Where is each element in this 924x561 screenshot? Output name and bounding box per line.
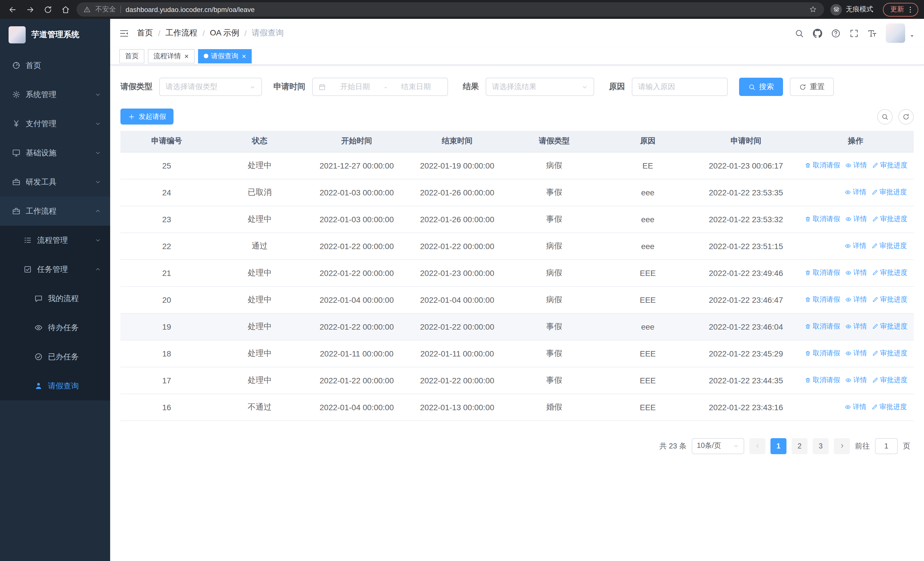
detail-link[interactable]: 详情 bbox=[845, 322, 867, 331]
breadcrumb-item[interactable]: OA 示例 bbox=[210, 28, 239, 38]
table-cell: 2022-01-22 23:46:47 bbox=[694, 286, 797, 313]
goto-page-input[interactable]: 1 bbox=[875, 438, 898, 454]
page-button-3[interactable]: 3 bbox=[813, 438, 829, 454]
actions-cell: 取消请假详情审批进度 bbox=[797, 152, 914, 179]
cancel-leave-link[interactable]: 取消请假 bbox=[805, 295, 840, 304]
search-button[interactable]: 搜索 bbox=[739, 78, 783, 96]
leave-type-select[interactable]: 请选择请假类型 bbox=[159, 78, 262, 96]
actions-cell: 取消请假详情审批进度 bbox=[797, 286, 914, 313]
fullscreen-icon[interactable] bbox=[849, 28, 859, 38]
progress-link[interactable]: 审批进度 bbox=[872, 322, 908, 331]
menu-fold-icon[interactable] bbox=[119, 28, 129, 38]
update-label: 更新 bbox=[890, 5, 904, 14]
sidebar-item-11[interactable]: 已办任务 bbox=[0, 342, 110, 371]
font-size-icon[interactable] bbox=[867, 28, 877, 38]
sidebar-item-5[interactable]: 研发工具 bbox=[0, 167, 110, 197]
result-select[interactable]: 请选择流结果 bbox=[486, 78, 594, 96]
create-leave-button[interactable]: 发起请假 bbox=[120, 108, 174, 125]
table-toolbar: 发起请假 bbox=[120, 108, 914, 125]
progress-link[interactable]: 审批进度 bbox=[872, 214, 908, 224]
tab-close-icon[interactable]: × bbox=[242, 52, 246, 60]
edit-icon bbox=[872, 377, 878, 384]
sidebar-item-12[interactable]: 请假查询 bbox=[0, 371, 110, 400]
table-cell: EEE bbox=[601, 340, 694, 367]
sidebar-item-6[interactable]: 工作流程 bbox=[0, 197, 110, 226]
progress-link[interactable]: 审批进度 bbox=[872, 161, 908, 170]
progress-link[interactable]: 审批进度 bbox=[872, 295, 908, 304]
sidebar-item-10[interactable]: 待办任务 bbox=[0, 313, 110, 342]
next-page-button[interactable] bbox=[834, 438, 850, 454]
toggle-search-button[interactable] bbox=[877, 109, 892, 124]
cancel-leave-link[interactable]: 取消请假 bbox=[805, 322, 840, 331]
detail-link[interactable]: 详情 bbox=[845, 295, 867, 304]
tab-3[interactable]: 请假查询× bbox=[198, 49, 252, 63]
apply-time-range-picker[interactable]: 开始日期 - 结束日期 bbox=[312, 78, 448, 96]
security-warning-text[interactable]: 不安全 bbox=[95, 5, 116, 14]
page-button-1[interactable]: 1 bbox=[771, 438, 786, 454]
tab-1[interactable]: 首页 bbox=[119, 49, 144, 63]
sidebar-item-label: 我的流程 bbox=[48, 293, 79, 304]
cancel-leave-link[interactable]: 取消请假 bbox=[805, 161, 840, 170]
cancel-leave-link[interactable]: 取消请假 bbox=[805, 268, 840, 278]
sidebar-item-4[interactable]: 基础设施 bbox=[0, 138, 110, 167]
detail-link[interactable]: 详情 bbox=[845, 268, 867, 278]
end-date-placeholder: 结束日期 bbox=[390, 82, 442, 92]
sidebar-item-7[interactable]: 流程管理 bbox=[0, 226, 110, 255]
eye-icon bbox=[844, 189, 851, 196]
detail-link[interactable]: 详情 bbox=[845, 349, 867, 358]
progress-link[interactable]: 审批进度 bbox=[872, 268, 908, 278]
chevron-down-icon bbox=[95, 237, 101, 244]
sidebar-item-1[interactable]: 首页 bbox=[0, 51, 110, 80]
detail-link[interactable]: 详情 bbox=[844, 241, 866, 251]
sidebar-item-3[interactable]: 支付管理 bbox=[0, 109, 110, 138]
progress-link[interactable]: 审批进度 bbox=[872, 349, 908, 358]
progress-link[interactable]: 审批进度 bbox=[872, 402, 907, 412]
breadcrumb-item[interactable]: 首页 bbox=[137, 28, 153, 38]
help-icon[interactable] bbox=[831, 28, 841, 38]
tab-label: 流程详情 bbox=[153, 51, 181, 61]
github-icon[interactable] bbox=[813, 28, 822, 38]
trash-icon bbox=[805, 323, 811, 329]
progress-link[interactable]: 审批进度 bbox=[872, 241, 907, 251]
url-text[interactable]: dashboard.yudao.iocoder.cn/bpm/oa/leave bbox=[126, 5, 804, 14]
sidebar-item-9[interactable]: 我的流程 bbox=[0, 284, 110, 313]
update-browser-button[interactable]: 更新 bbox=[883, 3, 918, 16]
eye-icon bbox=[845, 350, 852, 356]
user-avatar[interactable] bbox=[886, 23, 905, 43]
column-header: 申请时间 bbox=[694, 131, 797, 152]
back-icon[interactable] bbox=[6, 3, 20, 16]
avatar-caret-down-icon[interactable] bbox=[909, 33, 915, 39]
edit-icon bbox=[872, 216, 878, 222]
forward-icon[interactable] bbox=[23, 3, 37, 16]
reason-input[interactable]: 请输入原因 bbox=[632, 78, 728, 96]
tab-close-icon[interactable]: × bbox=[184, 52, 189, 60]
reset-button[interactable]: 重置 bbox=[790, 78, 834, 96]
logo[interactable]: 芋道管理系统 bbox=[0, 19, 110, 51]
bookmark-star-icon[interactable] bbox=[809, 5, 817, 14]
detail-link[interactable]: 详情 bbox=[844, 187, 866, 197]
tab-2[interactable]: 流程详情× bbox=[148, 49, 194, 63]
sidebar-item-8[interactable]: 任务管理 bbox=[0, 255, 110, 284]
monitor-icon bbox=[12, 149, 21, 157]
page-size-select[interactable]: 10条/页 bbox=[692, 438, 744, 454]
detail-link[interactable]: 详情 bbox=[844, 402, 866, 412]
sidebar-item-2[interactable]: 系统管理 bbox=[0, 80, 110, 109]
detail-link[interactable]: 详情 bbox=[845, 214, 867, 224]
home-button[interactable] bbox=[59, 3, 72, 16]
browser-menu-icon[interactable] bbox=[906, 5, 914, 14]
progress-link[interactable]: 审批进度 bbox=[872, 375, 908, 385]
cancel-leave-link[interactable]: 取消请假 bbox=[805, 349, 840, 358]
cancel-leave-link[interactable]: 取消请假 bbox=[805, 214, 840, 224]
detail-link[interactable]: 详情 bbox=[845, 375, 867, 385]
page-button-2[interactable]: 2 bbox=[792, 438, 808, 454]
address-bar[interactable]: 不安全 dashboard.yudao.iocoder.cn/bpm/oa/le… bbox=[76, 2, 824, 17]
cancel-leave-link[interactable]: 取消请假 bbox=[805, 375, 840, 385]
breadcrumb-item[interactable]: 工作流程 bbox=[165, 28, 198, 38]
header-search-icon[interactable] bbox=[795, 28, 804, 38]
reload-button[interactable] bbox=[41, 3, 55, 16]
progress-link[interactable]: 审批进度 bbox=[872, 187, 907, 197]
apply-time-label: 申请时间 bbox=[273, 82, 305, 92]
refresh-table-button[interactable] bbox=[898, 109, 914, 124]
detail-link[interactable]: 详情 bbox=[845, 161, 867, 170]
prev-page-button[interactable] bbox=[749, 438, 765, 454]
